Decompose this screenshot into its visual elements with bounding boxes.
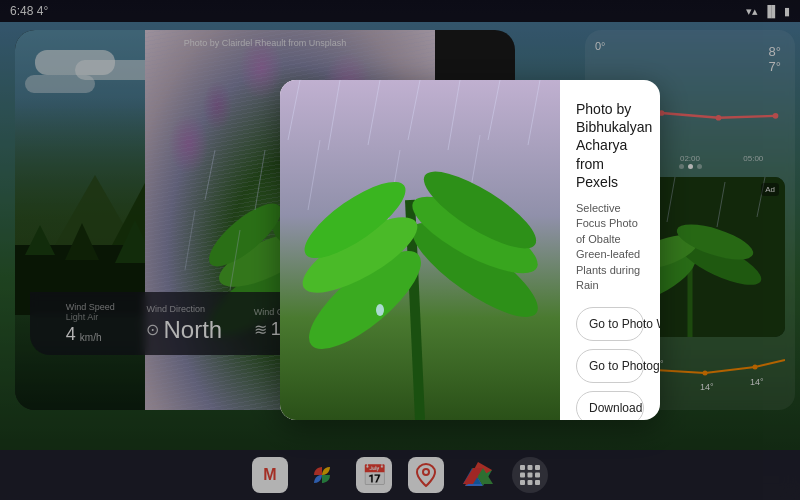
dialog-buttons: Go to Photo Website Go to Photographer W…: [576, 307, 644, 420]
dialog-overlay: Photo by Bibhukalyan Acharya from Pexels…: [0, 0, 800, 500]
svg-point-68: [376, 304, 384, 316]
dialog-content: Photo by Bibhukalyan Acharya from Pexels…: [560, 80, 660, 420]
dialog-title: Photo by Bibhukalyan Acharya from Pexels: [576, 100, 644, 191]
download-button[interactable]: Download: [576, 391, 644, 420]
dialog-photo: [280, 80, 560, 420]
go-to-photographer-website-button[interactable]: Go to Photographer Website: [576, 349, 644, 383]
go-to-photo-website-button[interactable]: Go to Photo Website: [576, 307, 644, 341]
dialog-plant-svg: [280, 80, 560, 420]
dialog-layout: Photo by Bibhukalyan Acharya from Pexels…: [280, 80, 660, 420]
dialog-description: Selective Focus Photo of Obalte Green-le…: [576, 201, 644, 293]
photo-info-dialog: Photo by Bibhukalyan Acharya from Pexels…: [280, 80, 660, 420]
